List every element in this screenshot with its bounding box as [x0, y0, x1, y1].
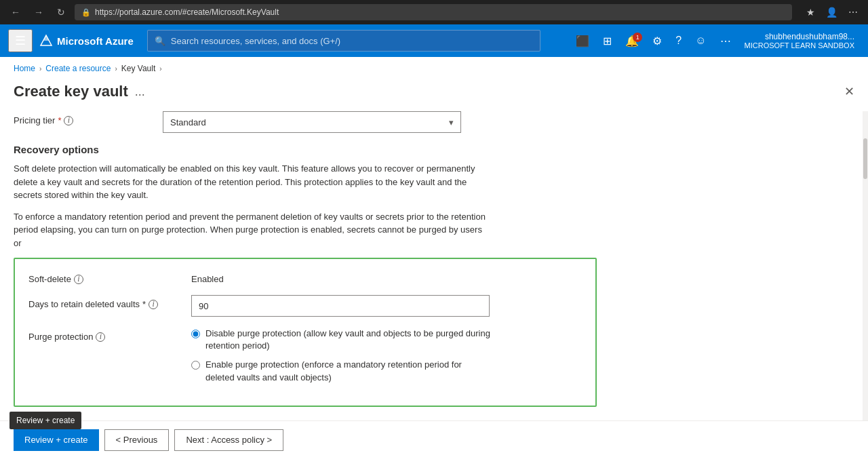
next-button[interactable]: Next : Access policy > — [174, 429, 283, 451]
close-button[interactable]: ✕ — [844, 84, 854, 99]
breadcrumb: Home › Create a resource › Key Vault › — [0, 57, 868, 80]
pricing-tier-value: Standard — [170, 117, 206, 127]
help-button[interactable]: ? — [670, 31, 687, 51]
more-button[interactable]: ⋯ — [845, 5, 861, 19]
days-retain-label-text: Days to retain deleted vaults — [28, 299, 140, 309]
user-profile[interactable]: shubhendushubham98... MICROSOFT LEARN SA… — [739, 29, 860, 52]
content-scroll-area: Pricing tier * i Standard ▾ Recovery opt… — [0, 111, 868, 420]
menu-icon: ☰ — [15, 34, 26, 47]
purge-disable-label: Disable purge protection (allow key vaul… — [205, 328, 490, 352]
soft-delete-row: Soft-delete i Enabled — [28, 270, 582, 284]
lock-icon: 🔒 — [81, 8, 91, 17]
url-text: https://portal.azure.com/#create/Microso… — [95, 7, 279, 17]
azure-search-box[interactable]: 🔍 Search resources, services, and docs (… — [147, 30, 540, 52]
soft-delete-info-icon[interactable]: i — [74, 275, 83, 284]
directory-button[interactable]: ⊞ — [597, 31, 617, 52]
soft-delete-label-text: Soft-delete — [28, 274, 71, 284]
address-bar[interactable]: 🔒 https://portal.azure.com/#create/Micro… — [75, 4, 792, 20]
purge-enable-radio[interactable] — [191, 361, 200, 370]
profile-button[interactable]: 👤 — [823, 5, 841, 19]
search-icon: 🔍 — [155, 36, 165, 46]
azure-logo-icon — [39, 34, 53, 47]
notification-badge: 1 — [633, 33, 642, 42]
purge-enable-option[interactable]: Enable purge protection (enforce a manda… — [191, 359, 490, 383]
purge-protection-info-icon[interactable]: i — [96, 332, 105, 342]
pricing-tier-required: * — [58, 115, 61, 125]
pricing-tier-select[interactable]: Standard ▾ — [163, 111, 461, 133]
days-retain-input[interactable] — [191, 295, 490, 317]
hamburger-menu[interactable]: ☰ — [8, 29, 33, 52]
previous-button[interactable]: < Previous — [104, 429, 170, 451]
chevron-down-icon: ▾ — [449, 117, 454, 127]
days-retain-required: * — [142, 299, 146, 309]
days-retain-info-icon[interactable]: i — [149, 300, 158, 309]
purge-protection-radio-group: Disable purge protection (allow key vaul… — [191, 328, 490, 384]
notifications-button[interactable]: 🔔 1 — [620, 31, 644, 52]
cloud-shell-button[interactable]: ⬛ — [570, 31, 595, 52]
recovery-settings-box: Soft-delete i Enabled Days to retain del… — [14, 258, 597, 407]
purge-disable-radio[interactable] — [191, 330, 200, 338]
soft-delete-value: Enabled — [191, 270, 224, 284]
azure-top-nav: ☰ Microsoft Azure 🔍 Search resources, se… — [0, 24, 868, 57]
pricing-tier-label: Pricing tier * i — [14, 111, 149, 125]
purge-protection-label-text: Purge protection — [28, 332, 93, 342]
azure-logo[interactable]: Microsoft Azure — [39, 34, 134, 47]
breadcrumb-sep-3: › — [159, 65, 161, 73]
page-title: Create key vault — [14, 83, 128, 100]
purge-protection-label: Purge protection i — [28, 328, 178, 342]
azure-logo-text: Microsoft Azure — [57, 35, 134, 47]
refresh-button[interactable]: ↻ — [53, 4, 69, 20]
soft-delete-label: Soft-delete i — [28, 270, 178, 284]
main-container: Home › Create a resource › Key Vault › C… — [0, 57, 868, 453]
breadcrumb-home[interactable]: Home — [14, 64, 35, 73]
pricing-tier-row: Pricing tier * i Standard ▾ — [14, 111, 849, 133]
back-button[interactable]: ← — [7, 4, 24, 20]
azure-nav-icons: ⬛ ⊞ 🔔 1 ⚙ ? ☺ ⋯ shubhendushubham98... MI… — [570, 29, 860, 52]
browser-actions: ★ 👤 ⋯ — [803, 5, 861, 19]
recovery-description-1: Soft delete protection will automaticall… — [14, 162, 488, 202]
bottom-nav: Review + create < Previous Next : Access… — [0, 420, 868, 453]
more-options-icon[interactable]: ... — [135, 85, 145, 99]
pricing-tier-info-icon[interactable]: i — [64, 116, 73, 125]
pricing-tier-label-text: Pricing tier — [14, 115, 55, 125]
settings-button[interactable]: ⚙ — [647, 31, 667, 52]
purge-disable-option[interactable]: Disable purge protection (allow key vaul… — [191, 328, 490, 352]
breadcrumb-sep-2: › — [115, 65, 117, 73]
breadcrumb-create-resource[interactable]: Create a resource — [45, 64, 111, 73]
search-placeholder-text: Search resources, services, and docs (G+… — [171, 36, 340, 46]
browser-chrome: ← → ↻ 🔒 https://portal.azure.com/#create… — [0, 0, 868, 24]
recovery-options-section: Recovery options Soft delete protection … — [14, 144, 849, 250]
page-header: Create key vault ... ✕ — [0, 80, 868, 111]
scrollbar[interactable] — [863, 111, 868, 420]
purge-protection-row: Purge protection i Disable purge protect… — [28, 328, 582, 384]
review-create-button[interactable]: Review + create — [14, 429, 99, 451]
scrollbar-thumb — [863, 138, 867, 179]
purge-enable-label: Enable purge protection (enforce a manda… — [205, 359, 490, 383]
extensions-button[interactable]: ★ — [803, 5, 818, 19]
days-retain-row: Days to retain deleted vaults * i — [28, 295, 582, 317]
recovery-options-title: Recovery options — [14, 144, 849, 155]
days-retain-label: Days to retain deleted vaults * i — [28, 295, 178, 309]
feedback-button[interactable]: ☺ — [690, 31, 711, 51]
user-name: shubhendushubham98... — [765, 32, 854, 41]
user-subtitle: MICROSOFT LEARN SANDBOX — [745, 41, 854, 50]
content-area: Pricing tier * i Standard ▾ Recovery opt… — [0, 111, 863, 420]
breadcrumb-key-vault: Key Vault — [121, 64, 155, 73]
recovery-description-2: To enforce a mandatory retention period … — [14, 210, 488, 250]
forward-button[interactable]: → — [30, 4, 47, 20]
portal-menu-button[interactable]: ⋯ — [715, 31, 736, 52]
breadcrumb-sep-1: › — [39, 65, 41, 73]
